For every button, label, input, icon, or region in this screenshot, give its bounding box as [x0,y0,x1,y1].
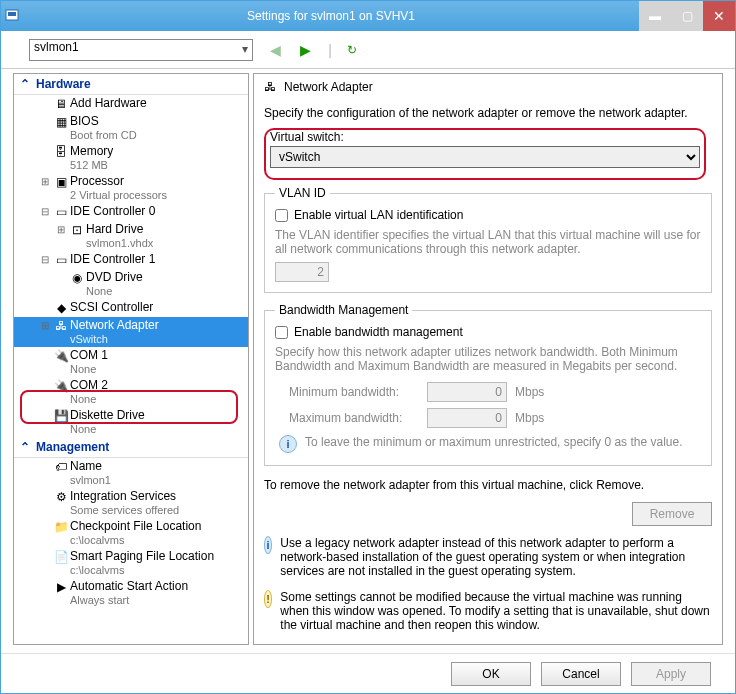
min-bandwidth-input [427,382,507,402]
svg-rect-1 [8,12,16,16]
bios-icon: ▦ [52,114,70,130]
enable-bandwidth-label: Enable bandwidth management [294,325,463,339]
vlan-help-text: The VLAN identifier specifies the virtua… [275,224,701,262]
collapse-icon: ⌃ [20,77,30,91]
vlan-group: VLAN ID Enable virtual LAN identificatio… [264,186,712,293]
diskette-icon: 💾 [52,408,70,424]
enable-vlan-checkbox[interactable] [275,209,288,222]
bandwidth-group: Bandwidth Management Enable bandwidth ma… [264,303,712,466]
tree-dvd-drive[interactable]: ◉DVD DriveNone [14,269,248,299]
name-icon: 🏷 [52,459,70,475]
controller-icon: ▭ [52,204,70,220]
memory-icon: 🗄 [52,144,70,160]
nav-back-button[interactable]: ◀ [267,42,283,58]
tree-memory[interactable]: 🗄Memory512 MB [14,143,248,173]
tree-diskette[interactable]: 💾Diskette DriveNone [14,407,248,437]
hardware-section-header[interactable]: ⌃Hardware [14,74,248,95]
hard-drive-icon: ⊡ [68,222,86,238]
minimize-button[interactable]: ▬ [639,1,671,31]
info-legacy-adapter: Use a legacy network adapter instead of … [280,536,712,578]
min-bandwidth-label: Minimum bandwidth: [289,385,419,399]
bandwidth-legend: Bandwidth Management [275,303,412,317]
toolbar: svlmon1 ◀ ▶ | ↻ [1,31,735,69]
integration-icon: ⚙ [52,489,70,505]
tree-processor[interactable]: ⊞▣Processor2 Virtual processors [14,173,248,203]
tree-checkpoint-location[interactable]: 📁Checkpoint File Locationc:\localvms [14,518,248,548]
smart-paging-icon: 📄 [52,549,70,565]
warning-vm-running: Some settings cannot be modified because… [280,590,712,632]
remove-description: To remove the network adapter from this … [264,472,712,492]
cancel-button[interactable]: Cancel [541,662,621,686]
info-icon: i [279,435,297,453]
com-port-icon: 🔌 [52,378,70,394]
dvd-icon: ◉ [68,270,86,286]
tree-auto-start[interactable]: ▶Automatic Start ActionAlways start [14,578,248,608]
detail-panel: 🖧Network Adapter Specify the configurati… [253,73,723,645]
virtual-switch-label: Virtual switch: [270,130,706,144]
nav-forward-button[interactable]: ▶ [297,42,313,58]
remove-button: Remove [632,502,712,526]
dialog-footer: OK Cancel Apply [1,653,735,693]
tree-add-hardware[interactable]: 🖥Add Hardware [14,95,248,113]
network-adapter-icon: 🖧 [52,318,70,334]
tree-ide1[interactable]: ⊟▭IDE Controller 1 [14,251,248,269]
tree-network-adapter[interactable]: ⊞🖧Network AdaptervSwitch [14,317,248,347]
processor-icon: ▣ [52,174,70,190]
vlan-legend: VLAN ID [275,186,330,200]
bandwidth-unit: Mbps [515,411,544,425]
warning-icon: ! [264,590,272,608]
refresh-button[interactable]: ↻ [347,43,363,57]
close-button[interactable]: ✕ [703,1,735,31]
maximize-button[interactable]: ▢ [671,1,703,31]
tree-com2[interactable]: 🔌COM 2None [14,377,248,407]
collapse-icon: ⌃ [20,440,30,454]
bandwidth-help-text: Specify how this network adapter utilize… [275,341,701,379]
bandwidth-unit: Mbps [515,385,544,399]
tree-com1[interactable]: 🔌COM 1None [14,347,248,377]
controller-icon: ▭ [52,252,70,268]
enable-vlan-label: Enable virtual LAN identification [294,208,463,222]
com-port-icon: 🔌 [52,348,70,364]
network-adapter-icon: 🖧 [264,80,276,94]
app-icon [1,8,23,24]
scsi-icon: ◆ [52,300,70,316]
titlebar: Settings for svlmon1 on SVHV1 ▬ ▢ ✕ [1,1,735,31]
apply-button: Apply [631,662,711,686]
management-section-header[interactable]: ⌃Management [14,437,248,458]
settings-tree[interactable]: ⌃Hardware 🖥Add Hardware ▦BIOSBoot from C… [13,73,249,645]
auto-start-icon: ▶ [52,579,70,595]
panel-description: Specify the configuration of the network… [264,102,712,122]
panel-title: Network Adapter [284,80,373,94]
add-hardware-icon: 🖥 [52,96,70,112]
ok-button[interactable]: OK [451,662,531,686]
info-icon: i [264,536,272,554]
vlan-id-input [275,262,329,282]
max-bandwidth-input [427,408,507,428]
tree-name[interactable]: 🏷Namesvlmon1 [14,458,248,488]
enable-bandwidth-checkbox[interactable] [275,326,288,339]
virtual-switch-select[interactable]: vSwitch [270,146,700,168]
checkpoint-icon: 📁 [52,519,70,535]
tree-bios[interactable]: ▦BIOSBoot from CD [14,113,248,143]
bandwidth-tip: To leave the minimum or maximum unrestri… [305,435,682,449]
vm-selector[interactable]: svlmon1 [29,39,253,61]
max-bandwidth-label: Maximum bandwidth: [289,411,419,425]
tree-scsi[interactable]: ◆SCSI Controller [14,299,248,317]
tree-ide0[interactable]: ⊟▭IDE Controller 0 [14,203,248,221]
tree-smart-paging-location[interactable]: 📄Smart Paging File Locationc:\localvms [14,548,248,578]
tree-hard-drive[interactable]: ⊞⊡Hard Drivesvlmon1.vhdx [14,221,248,251]
panel-header: 🖧Network Adapter [264,80,712,96]
vm-selector-value: svlmon1 [34,40,79,54]
tree-integration-services[interactable]: ⚙Integration ServicesSome services offer… [14,488,248,518]
window-title: Settings for svlmon1 on SVHV1 [23,9,639,23]
